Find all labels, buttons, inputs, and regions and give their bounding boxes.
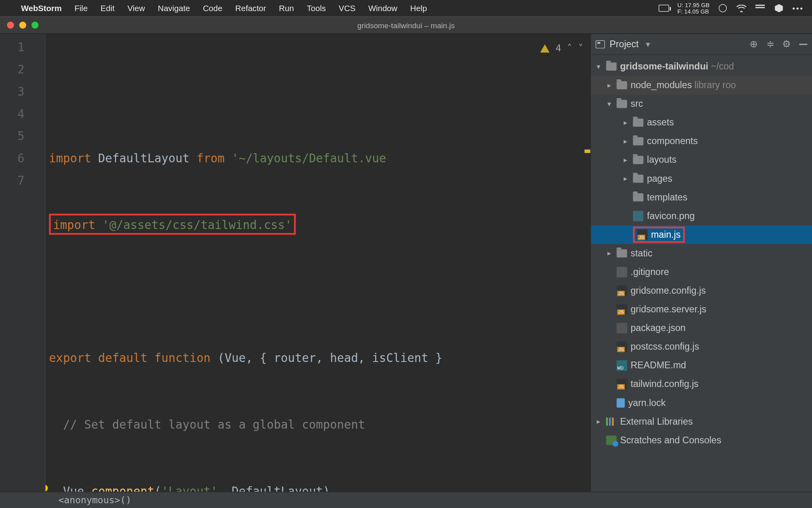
wifi-icon[interactable]: [736, 4, 747, 12]
menu-file[interactable]: File: [75, 4, 88, 13]
toolbox-icon[interactable]: [774, 4, 784, 12]
folder-icon: [633, 175, 643, 183]
folder-icon: [617, 81, 627, 90]
tree-file-package-json[interactable]: package.json: [591, 319, 812, 337]
json-file-icon: [617, 323, 627, 333]
line-number: 4: [0, 103, 35, 125]
code-editor[interactable]: 1 2 3 4 5 6 7 4 ˄ ˅: [0, 34, 590, 491]
libraries-icon: [606, 418, 617, 426]
intention-bulb-icon[interactable]: [46, 485, 49, 492]
menu-refactor[interactable]: Refactor: [235, 4, 266, 13]
tree-file-mainjs[interactable]: main.js: [591, 225, 812, 244]
tree-file-yarn-lock[interactable]: yarn.lock: [591, 394, 812, 412]
tree-file-readme[interactable]: README.md: [591, 356, 812, 375]
menu-edit[interactable]: Edit: [101, 4, 115, 13]
breadcrumb-text: <anonymous>(): [58, 495, 131, 506]
tree-node-src[interactable]: src: [591, 94, 812, 113]
line-number: 1: [0, 36, 35, 58]
main-area: 1 2 3 4 5 6 7 4 ˄ ˅: [0, 34, 812, 491]
folder-icon: [633, 156, 643, 164]
project-view-icon: [596, 40, 605, 48]
fold-gutter[interactable]: [35, 34, 45, 491]
code-area[interactable]: 4 ˄ ˅ import DefaultLayout from '~/layou…: [46, 34, 590, 491]
menu-run[interactable]: Run: [279, 4, 294, 13]
tree-node-node-modules[interactable]: node_modules library roo: [591, 76, 812, 94]
folder-icon: [606, 62, 617, 71]
project-tree[interactable]: gridsome-tailwindui ~/cod node_modules l…: [591, 55, 812, 492]
settings-gear-icon[interactable]: ⚙: [781, 38, 792, 50]
tree-file-tailwind-config[interactable]: tailwind.config.js: [591, 375, 812, 394]
menu-window[interactable]: Window: [368, 4, 397, 13]
do-not-disturb-icon[interactable]: [718, 4, 728, 12]
next-highlight-icon[interactable]: ˅: [578, 37, 583, 60]
tree-file-gitignore[interactable]: .gitignore: [591, 263, 812, 281]
project-view-label[interactable]: Project: [610, 39, 639, 49]
tree-node-components[interactable]: components: [591, 132, 812, 151]
tree-node-assets[interactable]: assets: [591, 113, 812, 132]
js-file-icon: [617, 304, 627, 315]
control-center-icon[interactable]: [755, 4, 765, 12]
tree-node-layouts[interactable]: layouts: [591, 151, 812, 169]
lock-file-icon: [617, 398, 625, 408]
scratches-icon: [606, 436, 617, 445]
tree-file-favicon[interactable]: favicon.png: [591, 207, 812, 225]
tree-external-libraries[interactable]: External Libraries: [591, 412, 812, 431]
window-minimize-button[interactable]: [19, 21, 27, 29]
select-opened-file-icon[interactable]: ⊕: [748, 38, 759, 50]
battery-charging-icon[interactable]: [659, 4, 669, 12]
prev-highlight-icon[interactable]: ˄: [567, 37, 572, 60]
tree-scratches[interactable]: Scratches and Consoles: [591, 431, 812, 450]
menu-vcs[interactable]: VCS: [339, 4, 355, 13]
tree-node-static[interactable]: static: [591, 244, 812, 263]
project-header: Project ▼ ⊕ ≑ ⚙: [591, 34, 812, 55]
warning-count: 4: [555, 37, 561, 60]
window-controls: [7, 21, 38, 29]
macos-menubar: WebStorm File Edit View Navigate Code Re…: [0, 0, 812, 16]
js-file-icon: [617, 342, 627, 352]
folder-icon: [633, 193, 643, 202]
folder-icon: [617, 249, 627, 258]
project-view-dropdown-icon[interactable]: ▼: [644, 40, 651, 48]
window-titlebar: gridsome-tailwindui – main.js: [0, 16, 812, 34]
menu-tools[interactable]: Tools: [307, 4, 326, 13]
line-number: 7: [0, 169, 35, 192]
status-tray: U: 17.95 GB F: 14.05 GB •••: [659, 2, 804, 14]
line-number-gutter: 1 2 3 4 5 6 7: [0, 34, 35, 491]
menu-code[interactable]: Code: [203, 4, 222, 13]
window-zoom-button[interactable]: [31, 21, 38, 29]
line-number: 3: [0, 81, 35, 103]
tree-file-postcss-config[interactable]: postcss.config.js: [591, 337, 812, 356]
warning-icon: [540, 44, 550, 53]
markdown-file-icon: [617, 360, 627, 371]
expand-all-icon[interactable]: ≑: [764, 38, 776, 50]
highlighted-import-line: import '@/assets/css/tailwind.css': [49, 214, 296, 235]
hide-tool-window-icon[interactable]: [799, 44, 808, 45]
tree-file-gridsome-server[interactable]: gridsome.server.js: [591, 300, 812, 319]
folder-icon: [633, 119, 643, 127]
folder-icon: [617, 100, 627, 108]
gitignore-file-icon: [617, 267, 627, 277]
folder-icon: [633, 137, 643, 146]
app-name-menu[interactable]: WebStorm: [21, 4, 62, 13]
webstorm-window: WebStorm File Edit View Navigate Code Re…: [0, 0, 812, 508]
line-number: 2: [0, 58, 35, 81]
inspection-widget[interactable]: 4 ˄ ˅: [540, 37, 583, 60]
image-file-icon: [633, 211, 643, 221]
menu-view[interactable]: View: [127, 4, 145, 13]
menu-help[interactable]: Help: [410, 4, 427, 13]
disk-usage-indicator[interactable]: U: 17.95 GB F: 14.05 GB: [678, 2, 710, 14]
tree-node-templates[interactable]: templates: [591, 188, 812, 207]
window-title: gridsome-tailwindui – main.js: [0, 21, 812, 29]
overflow-menu-icon[interactable]: •••: [793, 4, 804, 13]
js-file-icon: [617, 379, 627, 389]
highlighted-file: main.js: [633, 227, 684, 243]
js-file-icon: [617, 285, 627, 296]
tree-node-pages[interactable]: pages: [591, 169, 812, 188]
project-root[interactable]: gridsome-tailwindui ~/cod: [591, 57, 812, 76]
menu-navigate[interactable]: Navigate: [158, 4, 190, 13]
project-tool-window[interactable]: Project ▼ ⊕ ≑ ⚙ gridsome-tailwindui ~/co…: [590, 34, 812, 491]
window-close-button[interactable]: [7, 21, 14, 29]
line-number: 6: [0, 147, 35, 169]
js-file-icon: [637, 229, 647, 240]
tree-file-gridsome-config[interactable]: gridsome.config.js: [591, 281, 812, 300]
